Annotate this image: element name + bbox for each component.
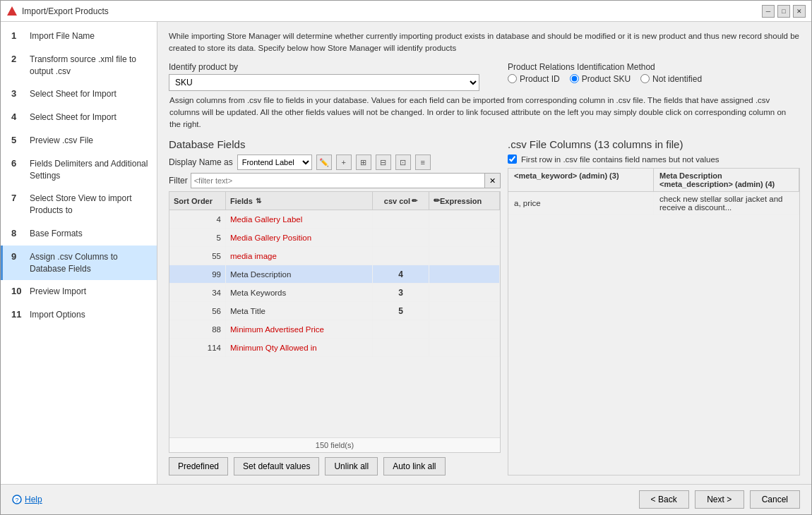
sidebar-item-label-5: Preview .csv File <box>30 135 93 147</box>
table-row[interactable]: 4 Media Gallery Label <box>169 210 500 229</box>
header-fields: Fields ⇅ <box>226 192 373 210</box>
edit-icon-btn[interactable]: ✏️ <box>316 154 332 170</box>
cell-sort-5: 56 <box>169 302 226 320</box>
table-row[interactable]: 34 Meta Keywords 3 <box>169 284 500 302</box>
cancel-button[interactable]: Cancel <box>750 490 800 509</box>
left-panel: Database Fields Display Name as Frontend… <box>169 138 501 475</box>
sidebar-item-9[interactable]: 9 Assign .csv Columns to Database Fields <box>1 246 157 281</box>
titlebar-controls: ─ □ ✕ <box>762 5 806 18</box>
maximize-button[interactable]: □ <box>777 5 790 18</box>
cell-field-6: Minimum Advertised Price <box>226 320 373 338</box>
set-default-values-btn[interactable]: Set default values <box>234 457 319 475</box>
predefined-btn[interactable]: Predefined <box>169 457 228 475</box>
main-window: Import/Export Products ─ □ ✕ 1 Import Fi… <box>0 0 812 515</box>
close-button[interactable]: ✕ <box>793 5 806 18</box>
sidebar-item-label-2: Transform source .xml file to output .cs… <box>30 54 148 78</box>
import-icon-btn[interactable]: ⊡ <box>395 154 411 170</box>
copy-icon-btn[interactable]: ⊟ <box>376 154 391 170</box>
cell-field-0: Media Gallery Label <box>226 210 373 228</box>
next-button[interactable]: Next > <box>695 490 744 509</box>
table-row[interactable]: 56 Meta Title 5 <box>169 302 500 320</box>
info-text: While importing Store Manager will deter… <box>169 30 800 55</box>
csv-title: .csv File Columns (13 columns in file) <box>508 138 800 150</box>
cell-field-3: Meta Description <box>226 265 373 283</box>
display-name-select[interactable]: Frontend Label Database Name Both <box>237 154 312 170</box>
table-row[interactable]: 5 Media Gallery Position <box>169 229 500 247</box>
csv-col-header-row: <meta_keyword> (admin) (3) Meta Descript… <box>508 169 799 192</box>
sidebar-item-number-4: 4 <box>11 111 24 122</box>
sidebar-item-label-1: Import File Name <box>30 30 95 42</box>
help-link[interactable]: ? Help <box>12 495 42 504</box>
cell-expr-2 <box>429 247 500 265</box>
fields-sort-icon[interactable]: ⇅ <box>256 197 261 205</box>
sidebar-item-6[interactable]: 6 Fields Delimiters and Additional Setti… <box>1 152 157 188</box>
identify-label: Identify product by <box>169 62 479 72</box>
csv-col-header-1: <meta_keyword> (admin) (3) <box>508 169 654 191</box>
db-table-header: Sort Order Fields ⇅ csv col ✏ ✏ Expressi… <box>169 192 500 210</box>
table-row[interactable]: 55 media image <box>169 247 500 265</box>
sidebar-item-3[interactable]: 3 Select Sheet for Import <box>1 83 157 106</box>
help-label: Help <box>25 495 42 504</box>
cell-field-5: Meta Title <box>226 302 373 320</box>
csv-first-row-checkbox[interactable] <box>508 154 517 164</box>
main-layout: 1 Import File Name 2 Transform source .x… <box>1 22 811 484</box>
cell-csv-5: 5 <box>373 302 429 320</box>
csv-cell-1: a, price <box>508 192 654 214</box>
cell-field-7: Minimum Qty Allowed in <box>226 339 373 356</box>
radio-product-sku[interactable]: Product SKU <box>570 74 631 84</box>
sidebar-item-11[interactable]: 11 Import Options <box>1 303 157 327</box>
radio-product-id[interactable]: Product ID <box>508 74 560 84</box>
right-panel: .csv File Columns (13 columns in file) F… <box>508 138 800 475</box>
display-name-label: Display Name as <box>169 157 233 167</box>
table-row[interactable]: 88 Minimum Advertised Price <box>169 320 500 339</box>
sidebar-item-8[interactable]: 8 Base Formats <box>1 222 157 246</box>
header-csv-col: csv col ✏ <box>373 192 429 210</box>
csv-col-header-2: Meta Description <meta_description> (adm… <box>654 169 799 191</box>
radio-not-identified[interactable]: Not identified <box>640 74 702 84</box>
csv-checkbox-row: First row in .csv file contains field na… <box>508 154 800 164</box>
filter-row: Filter ✕ <box>169 173 501 188</box>
header-expression: ✏ Expression <box>429 192 500 210</box>
csv-col-edit-icon[interactable]: ✏ <box>412 197 417 205</box>
add-icon-btn[interactable]: + <box>336 154 352 170</box>
sidebar: 1 Import File Name 2 Transform source .x… <box>1 22 157 484</box>
radio-product-sku-label: Product SKU <box>582 74 631 84</box>
cell-expr-3 <box>429 265 500 283</box>
sidebar-item-2[interactable]: 2 Transform source .xml file to output .… <box>1 48 157 83</box>
table-row[interactable]: 114 Minimum Qty Allowed in <box>169 339 500 357</box>
sidebar-item-number-9: 9 <box>11 251 24 262</box>
sidebar-item-5[interactable]: 5 Preview .csv File <box>1 129 157 152</box>
sidebar-item-10[interactable]: 10 Preview Import <box>1 280 157 303</box>
sidebar-item-number-1: 1 <box>11 30 24 41</box>
filter-input[interactable] <box>191 173 485 188</box>
cell-sort-7: 114 <box>169 339 226 356</box>
identify-select[interactable]: SKU Product ID Name <box>169 74 479 91</box>
unlink-all-btn[interactable]: Unlink all <box>325 457 378 475</box>
sidebar-item-7[interactable]: 7 Select Store View to import Products t… <box>1 187 157 222</box>
sort-icon-btn[interactable]: ≡ <box>415 154 431 170</box>
svg-text:?: ? <box>15 497 18 504</box>
sidebar-item-number-8: 8 <box>11 228 24 238</box>
cell-field-1: Media Gallery Position <box>226 229 373 246</box>
back-button[interactable]: < Back <box>639 490 689 509</box>
nav-buttons: < Back Next > Cancel <box>639 490 800 509</box>
cell-csv-0 <box>373 210 429 228</box>
filter-clear-btn[interactable]: ✕ <box>485 173 501 188</box>
cell-csv-2 <box>373 247 429 265</box>
radio-group: Product ID Product SKU Not identified <box>508 74 702 84</box>
cell-sort-4: 34 <box>169 284 226 301</box>
filter-label: Filter <box>169 176 188 186</box>
table-row[interactable]: 99 Meta Description 4 <box>169 265 500 284</box>
cell-sort-3: 99 <box>169 265 226 283</box>
assign-note: Assign columns from .csv file to fields … <box>169 94 800 132</box>
help-icon: ? <box>12 495 22 504</box>
minimize-button[interactable]: ─ <box>762 5 775 18</box>
titlebar: Import/Export Products ─ □ ✕ <box>1 1 811 22</box>
auto-link-all-btn[interactable]: Auto link all <box>383 457 445 475</box>
sidebar-item-1[interactable]: 1 Import File Name <box>1 25 157 48</box>
sidebar-item-label-6: Fields Delimiters and Additional Setting… <box>30 158 148 182</box>
app-icon <box>6 6 18 17</box>
table-icon-btn[interactable]: ⊞ <box>356 154 371 170</box>
sidebar-item-4[interactable]: 4 Select Sheet for Import <box>1 106 157 129</box>
bottom-nav: ? Help < Back Next > Cancel <box>1 484 811 514</box>
